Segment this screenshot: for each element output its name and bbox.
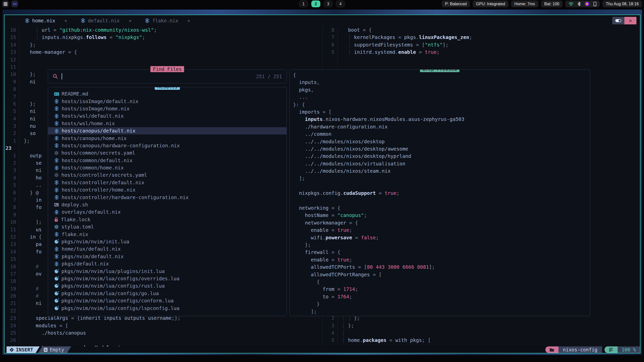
result-counter: 251 / 251 bbox=[256, 74, 282, 79]
code-line: 4│ bbox=[323, 330, 640, 337]
status-pill-0: P: Balanced bbox=[442, 1, 470, 7]
preview-line: allowedTCPPorts = [80 443 3000 6666 8081… bbox=[293, 264, 590, 272]
result-row[interactable]: hosts/common/default.nix bbox=[48, 157, 287, 164]
tab-label: flake.nix bbox=[152, 18, 178, 23]
lua-file-icon bbox=[54, 291, 59, 296]
tab-label: home.nix bbox=[32, 18, 55, 23]
preview-line: from = 1714; bbox=[293, 286, 590, 294]
result-row[interactable]: pkgs/default.nix bbox=[48, 260, 287, 267]
workspace-button-1[interactable]: 1 bbox=[299, 1, 308, 7]
result-row[interactable]: pkgs/nvim/nvim/lua/configs/go.lua bbox=[48, 290, 287, 297]
result-row[interactable]: pkgs/nvim/nvim/lua/plugins/init.lua bbox=[48, 267, 287, 275]
result-row[interactable]: deploy.sh bbox=[48, 201, 287, 208]
result-label: stylua.toml bbox=[61, 224, 94, 230]
result-row[interactable]: pkgs/nvim/nvim/init.lua bbox=[48, 238, 287, 245]
result-row[interactable]: hosts/isoImage/home.nix bbox=[48, 105, 287, 112]
phone-icon[interactable] bbox=[593, 2, 596, 6]
nix-file-icon bbox=[80, 18, 86, 23]
nix-file-icon bbox=[54, 143, 59, 148]
code-line: 26 bbox=[5, 337, 323, 345]
result-row[interactable]: hosts/controller/home.nix bbox=[48, 186, 287, 194]
preview-line: } bbox=[293, 301, 590, 308]
preview-line: ../../modules/nixos/virtualisation bbox=[293, 161, 590, 168]
result-row[interactable]: pkgs/nvim/default.nix bbox=[48, 253, 287, 260]
result-row[interactable]: hosts/controller/hardware-configuration.… bbox=[48, 194, 287, 201]
workspace-button-3[interactable]: 3 bbox=[324, 1, 333, 7]
result-label: pkgs/nvim/nvim/lua/configs/go.lua bbox=[61, 291, 159, 296]
result-row[interactable]: MREADME.md bbox=[48, 90, 287, 98]
code-line: 8 boot = { bbox=[323, 27, 640, 34]
code-line: 2│ │ }; bbox=[323, 315, 640, 323]
lines-icon bbox=[609, 348, 613, 352]
preview-line: networking = { bbox=[293, 205, 590, 212]
code-line: 13 home-manager = { bbox=[5, 49, 323, 57]
result-row[interactable]: flake.lock bbox=[48, 216, 287, 223]
result-row[interactable]: pkgs/nvim/nvim/lua/configs/lspconfig.lua bbox=[48, 304, 287, 312]
preview-line: enable = true; bbox=[293, 257, 590, 264]
svg-text:M: M bbox=[55, 93, 57, 95]
result-row[interactable]: pkgs/nvim/nvim/lua/configs/rust.lua bbox=[48, 282, 287, 290]
scroll-percent-segment: 100 % bbox=[618, 346, 640, 353]
preview-line: nixpkgs.config.cudaSupport = true; bbox=[293, 190, 590, 198]
result-row[interactable]: home/tux/default.nix bbox=[48, 245, 287, 253]
result-row[interactable]: hosts/controller/default.nix bbox=[48, 179, 287, 186]
tab-close-icon[interactable]: × bbox=[129, 18, 132, 24]
preview-line: { bbox=[293, 72, 590, 79]
workspace-button-4[interactable]: 4 bbox=[336, 1, 345, 7]
result-row[interactable]: pkgs/nvim/nvim/lua/configs/conform.lua bbox=[48, 297, 287, 304]
yaml-file-icon bbox=[54, 173, 59, 177]
result-row[interactable]: hosts/canopus/hardware-configuration.nix bbox=[48, 142, 287, 149]
tab-default.nix[interactable]: default.nix× bbox=[74, 15, 138, 26]
mode-label: INSERT bbox=[16, 347, 33, 352]
result-row[interactable]: overlays/default.nix bbox=[48, 208, 287, 216]
lua-file-icon bbox=[54, 239, 59, 244]
scroll-icon-segment bbox=[605, 346, 618, 353]
window-close-button[interactable]: × bbox=[624, 17, 636, 24]
result-label: hosts/controller/home.nix bbox=[62, 187, 136, 193]
tab-home.nix[interactable]: home.nix× bbox=[18, 15, 74, 26]
result-row[interactable]: stylua.toml bbox=[48, 223, 287, 231]
bluetooth-icon[interactable] bbox=[578, 2, 581, 6]
window-toggle-button[interactable] bbox=[612, 17, 624, 24]
code-line: 16 │ url = "github:nix-community/nixos-w… bbox=[5, 27, 323, 34]
grep-preview-panel: Grep Preview { inputs, pkgs, ...}: { imp… bbox=[289, 69, 590, 316]
launcher-button[interactable] bbox=[2, 1, 9, 7]
result-row-selected[interactable]: hosts/canopus/default.nix bbox=[48, 127, 287, 134]
tab-bar: home.nix×default.nix×flake.nix×× bbox=[5, 15, 640, 26]
result-row[interactable]: hosts/common/secrets.yaml bbox=[48, 149, 287, 157]
result-label: pkgs/nvim/nvim/lua/plugins/init.lua bbox=[61, 268, 165, 274]
result-label: hosts/controller/secrets.yaml bbox=[61, 172, 147, 178]
nix-file-icon bbox=[54, 106, 59, 111]
result-row[interactable]: flake.nix bbox=[48, 231, 287, 238]
workspace-button-2[interactable]: 2 bbox=[311, 1, 320, 7]
status-pill-1: GPU: Integrated bbox=[473, 1, 508, 7]
result-label: hosts/canopus/default.nix bbox=[62, 128, 136, 134]
preview-line: enable = true; bbox=[293, 227, 590, 235]
result-row[interactable]: hosts/wsl/default.nix bbox=[48, 112, 287, 120]
result-row[interactable]: hosts/wsl/home.nix bbox=[48, 120, 287, 127]
nix-file-icon bbox=[54, 195, 59, 200]
result-label: flake.lock bbox=[61, 217, 90, 222]
result-row[interactable]: hosts/controller/secrets.yaml bbox=[48, 171, 287, 179]
result-row[interactable]: hosts/isoImage/default.nix bbox=[48, 98, 287, 105]
tab-close-icon[interactable]: × bbox=[64, 18, 67, 24]
grep-preview-title: Grep Preview bbox=[420, 69, 459, 72]
tab-flake.nix[interactable]: flake.nix× bbox=[138, 15, 197, 26]
code-line: 3│ }; bbox=[323, 323, 640, 330]
result-row[interactable]: hosts/canopus/home.nix bbox=[48, 134, 287, 142]
nix-file-icon bbox=[54, 247, 59, 252]
wifi-icon[interactable] bbox=[569, 2, 574, 6]
system-tray[interactable] bbox=[565, 1, 600, 7]
find-files-prompt[interactable]: Find Files 251 / 251 bbox=[48, 69, 287, 83]
result-label: pkgs/nvim/nvim/init.lua bbox=[61, 239, 129, 245]
result-label: hosts/canopus/hardware-configuration.nix bbox=[62, 143, 180, 149]
result-row[interactable]: pkgs/nvim/nvim/lua/configs/overrides.lua bbox=[48, 275, 287, 282]
app-icon-button[interactable]: $W bbox=[11, 1, 18, 7]
find-files-results[interactable]: Results MREADME.mdhosts/isoImage/default… bbox=[48, 87, 287, 316]
code-line: 14 }; bbox=[5, 42, 323, 49]
tab-close-icon[interactable]: × bbox=[187, 18, 190, 24]
result-row[interactable]: hosts/common/home.nix bbox=[48, 164, 287, 171]
result-label: deploy.sh bbox=[61, 202, 88, 208]
status-line: V INSERT Empty nixos-config bbox=[5, 346, 640, 353]
flame-icon[interactable] bbox=[585, 2, 589, 6]
